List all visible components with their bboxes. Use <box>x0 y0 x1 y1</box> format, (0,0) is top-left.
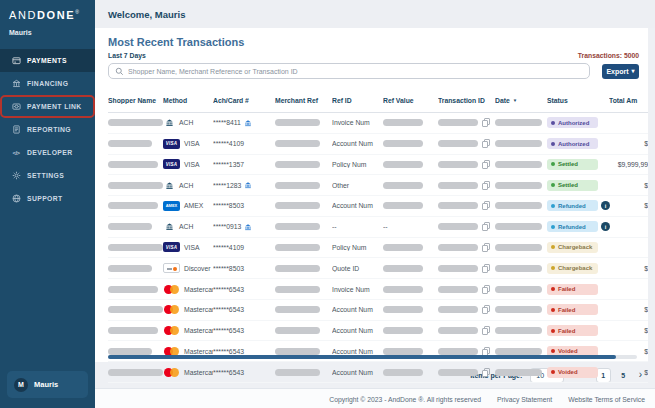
sidebar: ANDDONE® Mauris PAYMENTS FINANCING PAYME… <box>0 0 95 408</box>
masked-ref-value <box>383 182 423 189</box>
ref-id: Account Num <box>332 369 373 376</box>
export-button[interactable]: Export ▾ <box>602 64 639 79</box>
masked-transaction-id <box>438 327 478 334</box>
column-header-status[interactable]: Status <box>547 97 609 104</box>
copy-icon[interactable] <box>481 285 489 294</box>
status-dot <box>551 225 555 229</box>
status-label: Refunded <box>558 224 586 230</box>
copy-icon[interactable] <box>481 201 489 210</box>
copy-icon[interactable] <box>481 326 489 335</box>
table-row[interactable]: Discover ******8503 Quote ID Chargeback … <box>108 258 648 279</box>
sidebar-item-payment-link[interactable]: PAYMENT LINK <box>0 95 95 118</box>
sidebar-item-settings[interactable]: SETTINGS <box>0 164 95 187</box>
brand-logo: ANDDONE® <box>0 0 95 21</box>
masked-merchant-ref <box>275 265 320 272</box>
sort-desc-icon[interactable]: ▼ <box>513 98 517 103</box>
card-number: ******6543 <box>213 306 244 313</box>
sidebar-item-developer[interactable]: </> DEVELOPER <box>0 141 95 164</box>
table-row[interactable]: VISAVISA ******1357 Policy Num Settled $… <box>108 155 648 176</box>
table-row[interactable]: Mastercard ******6543 Account Num Voided… <box>108 362 648 383</box>
user-card[interactable]: M Mauris <box>7 371 88 398</box>
card-number: ******1357 <box>213 161 244 168</box>
privacy-statement-link[interactable]: Privacy Statement <box>497 396 552 403</box>
column-header-total-am[interactable]: Total Am <box>609 97 648 104</box>
status-dot <box>551 183 555 187</box>
column-header-merchant-ref[interactable]: Merchant Ref <box>275 97 332 104</box>
support-icon <box>11 194 21 203</box>
table-row[interactable]: ACH *****8411 Invoice Num Authorized <box>108 113 648 134</box>
copy-icon[interactable] <box>481 222 489 231</box>
method-label: VISA <box>184 140 200 147</box>
copy-icon[interactable] <box>481 368 489 377</box>
sidebar-item-payments[interactable]: PAYMENTS <box>0 49 95 72</box>
ref-id: Invoice Num <box>332 119 370 126</box>
column-header-ref-value[interactable]: Ref Value <box>383 97 438 104</box>
table-row[interactable]: VISAVISA ******4109 Account Num Authoriz… <box>108 134 648 155</box>
copy-icon[interactable] <box>481 139 489 148</box>
sidebar-item-reporting[interactable]: REPORTING <box>0 118 95 141</box>
status-label: Failed <box>558 328 575 334</box>
status-label: Authorized <box>558 120 589 126</box>
table-row[interactable]: Mastercard ******6543 Invoice Num Failed <box>108 279 648 300</box>
column-header-ach-card-[interactable]: Ach/Card # <box>213 97 275 104</box>
status-label: Chargeback <box>558 244 592 250</box>
ref-id: Quote ID <box>332 265 359 272</box>
column-header-date[interactable]: Date▼ <box>495 97 547 104</box>
table-row[interactable]: ACH *****0913 -- -- Refundedi <box>108 217 648 238</box>
method-label: ACH <box>179 182 193 189</box>
search-box[interactable] <box>108 63 590 79</box>
ref-id: Policy Num <box>332 161 366 168</box>
amount: $ <box>644 140 648 147</box>
masked-ref-value <box>383 140 423 147</box>
masked-date <box>495 223 542 230</box>
masked-ref-value <box>383 161 423 168</box>
table-body: ACH *****8411 Invoice Num Authorized VIS… <box>108 113 648 383</box>
footer: Copyright © 2023 - AndDone ®. All rights… <box>95 388 655 408</box>
horizontal-scrollbar[interactable] <box>108 355 637 359</box>
search-input[interactable] <box>128 68 583 75</box>
copy-icon[interactable] <box>481 118 489 127</box>
masked-shopper-name <box>108 348 152 355</box>
sidebar-item-support[interactable]: SUPPORT <box>0 187 95 210</box>
table-row[interactable]: AMEXAMEX ******8503 Account Num Refunded… <box>108 196 648 217</box>
info-icon[interactable]: i <box>601 222 610 231</box>
masked-transaction-id <box>438 244 478 251</box>
copy-icon[interactable] <box>481 305 489 314</box>
status-label: Chargeback <box>558 265 592 271</box>
column-header-transaction-id[interactable]: Transaction ID <box>438 97 495 104</box>
masked-shopper-name <box>108 140 152 147</box>
scrollbar-thumb[interactable] <box>108 355 616 359</box>
masked-transaction-id <box>438 223 478 230</box>
column-header-ref-id[interactable]: Ref ID <box>332 97 383 104</box>
masked-transaction-id <box>438 265 478 272</box>
caret-down-icon: ▾ <box>632 68 635 74</box>
copy-icon[interactable] <box>481 243 489 252</box>
column-header-method[interactable]: Method <box>163 97 213 104</box>
sidebar-item-financing[interactable]: FINANCING <box>0 72 95 95</box>
table-row[interactable]: Mastercard ******6543 Account Num Failed… <box>108 300 648 321</box>
card-number: ******6543 <box>213 327 244 334</box>
column-header-shopper-name[interactable]: Shopper Name <box>108 97 163 104</box>
table-row[interactable]: ACH *****1283 Other Settled $ <box>108 175 648 196</box>
copy-icon[interactable] <box>481 160 489 169</box>
masked-transaction-id <box>438 140 478 147</box>
table-row[interactable]: VISAVISA ******4109 Policy Num Chargebac… <box>108 238 648 259</box>
copy-icon[interactable] <box>481 181 489 190</box>
ref-value: -- <box>383 223 388 230</box>
status-badge: Refunded <box>547 200 598 211</box>
masked-shopper-name <box>108 161 158 168</box>
table-row[interactable]: Mastercard ******6543 Account Num Failed… <box>108 321 648 342</box>
table-row[interactable]: Mastercard ******6543 Account Num Voided… <box>108 341 648 362</box>
sidebar-menu: PAYMENTS FINANCING PAYMENT LINK REPORTIN… <box>0 49 95 210</box>
masked-transaction-id <box>438 161 478 168</box>
amount: $ <box>644 265 648 272</box>
method-label: ACH <box>179 223 193 230</box>
terms-of-service-link[interactable]: Website Terms of Service <box>568 396 645 403</box>
masked-transaction-id <box>438 306 478 313</box>
copy-icon[interactable] <box>481 264 489 273</box>
masked-transaction-id <box>438 202 478 209</box>
status-badge: Chargeback <box>547 263 598 274</box>
visa-icon: VISA <box>163 159 180 169</box>
method-label: Mastercard <box>184 286 213 293</box>
ref-id: Invoice Num <box>332 286 370 293</box>
